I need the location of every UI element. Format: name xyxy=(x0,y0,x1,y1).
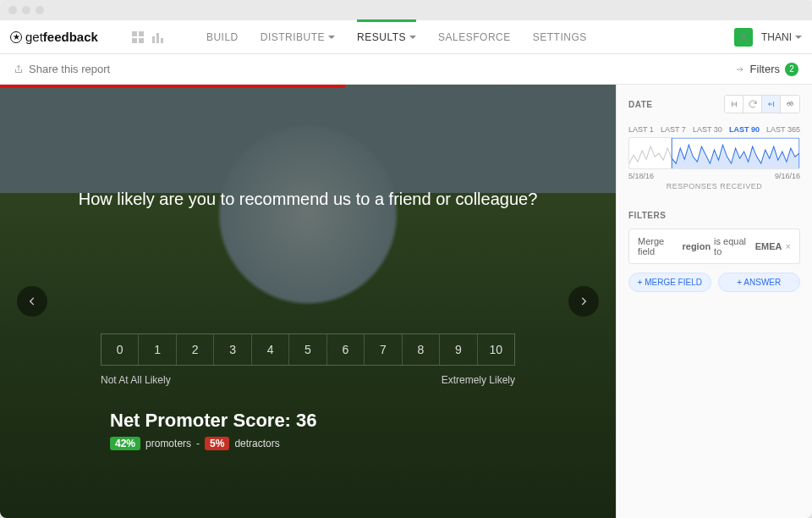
range-last1[interactable]: LAST 1 xyxy=(628,125,654,134)
date-refresh-icon[interactable] xyxy=(743,96,762,113)
traffic-light-max[interactable] xyxy=(36,6,44,14)
grid-view-icon[interactable] xyxy=(132,31,144,43)
date-fit-icon[interactable] xyxy=(725,96,743,113)
nps-label-8[interactable]: 8 xyxy=(403,334,440,365)
detractors-pct: 5% xyxy=(205,437,229,450)
date-back-icon[interactable] xyxy=(762,96,781,113)
spark-end-date: 9/16/16 xyxy=(775,172,800,180)
scale-low-label: Not At All Likely xyxy=(101,374,171,386)
traffic-light-close[interactable] xyxy=(8,6,17,14)
filter-prefix: Merge field xyxy=(638,236,678,256)
detractors-word: detractors xyxy=(234,438,279,449)
date-infinity-icon[interactable] xyxy=(781,96,799,113)
next-question-button[interactable] xyxy=(568,286,599,317)
nps-score-title: Net Promoter Score: 36 xyxy=(110,410,616,432)
chevron-down-icon xyxy=(409,36,416,42)
responses-sparkline[interactable] xyxy=(628,137,800,169)
user-menu[interactable]: THANI xyxy=(761,31,802,43)
nav-results[interactable]: RESULTS xyxy=(357,21,416,53)
chevron-down-icon xyxy=(328,36,335,42)
chevron-down-icon xyxy=(795,36,802,42)
share-report-button[interactable]: Share this report xyxy=(14,63,110,75)
add-merge-field-button[interactable]: + MERGE FIELD xyxy=(628,273,711,292)
spark-start-date: 5/18/16 xyxy=(628,172,654,180)
filter-chip: Merge field region is equal to EMEA × xyxy=(628,229,800,264)
nav-distribute[interactable]: DISTRIBUTE xyxy=(261,21,335,53)
range-last365[interactable]: LAST 365 xyxy=(766,125,800,134)
chevron-right-icon xyxy=(578,295,590,307)
question-text: How likely are you to recommend us to a … xyxy=(0,190,616,209)
nps-label-3[interactable]: 3 xyxy=(214,334,251,365)
promoters-word: promoters xyxy=(145,438,191,449)
range-last90[interactable]: LAST 90 xyxy=(729,125,760,134)
nps-label-5[interactable]: 5 xyxy=(289,334,326,365)
nps-label-7[interactable]: 7 xyxy=(365,334,402,365)
spark-label: RESPONSES RECEIVED xyxy=(628,182,800,190)
filter-field: region xyxy=(682,241,710,251)
results-hero: How likely are you to recommend us to a … xyxy=(0,85,616,518)
date-heading: DATE xyxy=(628,100,652,109)
person-icon xyxy=(738,32,749,42)
date-range-presets: LAST 1 LAST 7 LAST 30 LAST 90 LAST 365 xyxy=(628,125,800,134)
chevron-left-icon xyxy=(26,295,38,307)
segment-bar xyxy=(0,85,345,88)
filters-label: Filters xyxy=(750,63,780,75)
nps-label-9[interactable]: 9 xyxy=(440,334,477,365)
range-last30[interactable]: LAST 30 xyxy=(693,125,722,134)
filters-count-badge: 2 xyxy=(785,63,798,76)
nps-chart: 012345678910 Not At All Likely Extremely… xyxy=(101,253,515,386)
arrow-right-icon xyxy=(735,64,745,74)
sub-nav: Share this report Filters 2 xyxy=(0,54,812,85)
filters-toggle[interactable]: Filters 2 xyxy=(735,63,798,76)
sep: - xyxy=(196,438,200,449)
nps-label-6[interactable]: 6 xyxy=(327,334,365,365)
promoters-pct: 42% xyxy=(110,437,140,450)
side-panel: DATE LAST 1 LAST 7 LAST 30 LAST 90 LAST … xyxy=(616,85,812,518)
nps-label-0[interactable]: 0 xyxy=(102,334,139,365)
traffic-light-min[interactable] xyxy=(22,6,30,14)
nav-build[interactable]: BUILD xyxy=(206,21,239,53)
remove-filter-icon[interactable]: × xyxy=(786,241,791,251)
svg-point-0 xyxy=(742,34,745,37)
nps-score-block: Net Promoter Score: 36 42% promoters - 5… xyxy=(110,410,616,450)
filter-mid: is equal to xyxy=(714,236,752,256)
add-answer-filter-button[interactable]: + ANSWER xyxy=(718,273,801,292)
range-last7[interactable]: LAST 7 xyxy=(661,125,686,134)
brand-prefix: get xyxy=(25,30,43,44)
chart-view-icon[interactable] xyxy=(152,31,164,43)
nps-label-10[interactable]: 10 xyxy=(478,334,514,365)
share-icon xyxy=(14,64,24,74)
date-nav-controls xyxy=(724,95,800,113)
share-label: Share this report xyxy=(29,63,110,75)
user-avatar[interactable] xyxy=(734,28,753,47)
brand-bold: feedback xyxy=(43,30,98,44)
window-titlebar xyxy=(0,0,812,20)
brand-logo[interactable]: ★ getfeedback xyxy=(10,30,98,44)
prev-question-button[interactable] xyxy=(17,286,47,317)
nav-salesforce[interactable]: SALESFORCE xyxy=(438,21,511,53)
nps-label-2[interactable]: 2 xyxy=(177,334,214,365)
nav-settings[interactable]: SETTINGS xyxy=(533,21,587,53)
nps-label-1[interactable]: 1 xyxy=(139,334,176,365)
top-nav: ★ getfeedback BUILD DISTRIBUTE RESULTS S… xyxy=(0,20,812,54)
filters-heading: FILTERS xyxy=(628,211,800,220)
nps-label-4[interactable]: 4 xyxy=(252,334,289,365)
filter-value: EMEA xyxy=(755,241,782,251)
star-icon: ★ xyxy=(10,31,22,43)
scale-high-label: Extremely Likely xyxy=(442,374,515,386)
